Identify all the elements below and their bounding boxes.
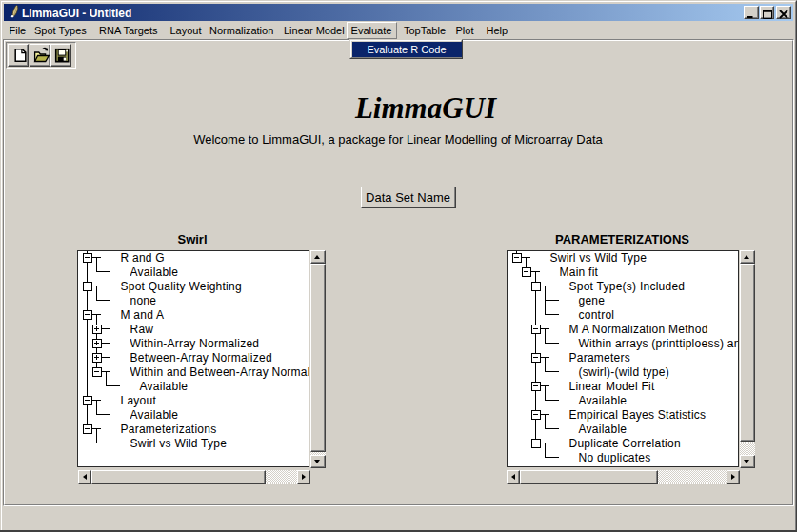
svg-text:Linear Model Fit: Linear Model Fit: [569, 380, 655, 393]
svg-text:Available: Available: [579, 423, 628, 436]
svg-text:Swirl vs Wild Type: Swirl vs Wild Type: [550, 251, 648, 265]
svg-text:Spot Type(s) Included: Spot Type(s) Included: [569, 280, 686, 293]
svg-text:M and A: M and A: [121, 308, 165, 322]
svg-text:Available: Available: [130, 408, 179, 422]
svg-text:Swirl vs Wild Type: Swirl vs Wild Type: [130, 437, 228, 450]
svg-text:Within and Between-Array Norma: Within and Between-Array Normalized: [130, 365, 309, 379]
svg-text:Main fit: Main fit: [560, 266, 599, 279]
svg-text:Duplicate Correlation: Duplicate Correlation: [569, 437, 681, 450]
svg-text:Spot Quality Weighting: Spot Quality Weighting: [121, 280, 242, 293]
svg-text:none: none: [130, 294, 157, 307]
svg-text:Available: Available: [130, 266, 179, 279]
svg-text:M A Normalization Method: M A Normalization Method: [569, 323, 708, 336]
svg-text:Available: Available: [140, 380, 189, 393]
svg-text:control: control: [579, 308, 615, 322]
svg-text:Within-Array Normalized: Within-Array Normalized: [130, 337, 260, 350]
svg-text:gene: gene: [579, 294, 606, 307]
svg-text:Available: Available: [579, 394, 628, 407]
svg-text:Raw: Raw: [130, 323, 154, 336]
svg-text:Empirical Bayes Statistics: Empirical Bayes Statistics: [569, 408, 707, 422]
svg-text:Within arrays (printtiploess): Within arrays (printtiploess) and betwee…: [579, 337, 739, 350]
svg-text:No duplicates: No duplicates: [579, 451, 651, 464]
svg-text:Layout: Layout: [121, 394, 157, 407]
svg-text:Parameters: Parameters: [569, 351, 631, 365]
svg-text:(swirl)-(wild type): (swirl)-(wild type): [579, 365, 669, 379]
svg-text:Parameterizations: Parameterizations: [121, 423, 217, 436]
svg-text:R and G: R and G: [121, 251, 165, 265]
svg-text:Between-Array Normalized: Between-Array Normalized: [130, 351, 272, 365]
